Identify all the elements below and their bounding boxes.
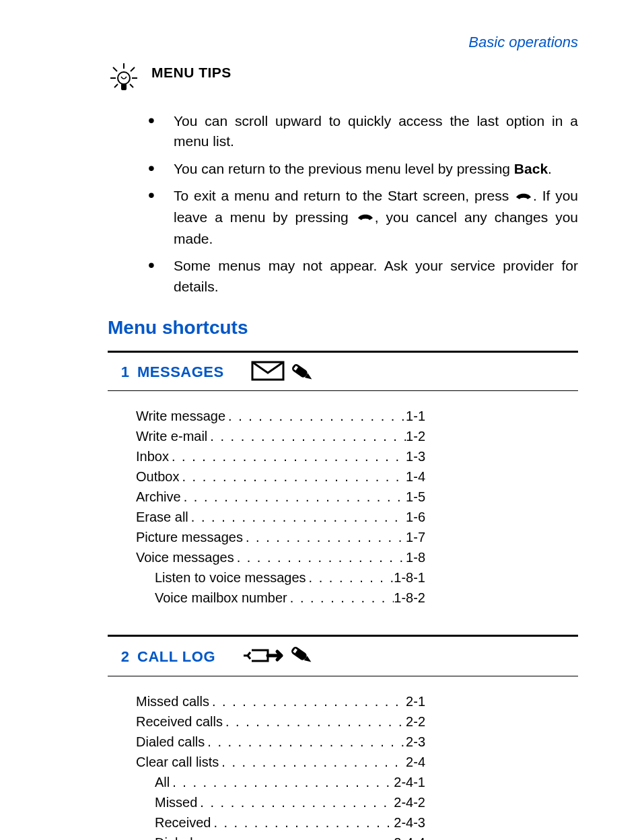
shortcut-row: Received. . . . . . . . . . . . . . . . … xyxy=(136,812,425,833)
shortcut-row: Archive. . . . . . . . . . . . . . . . .… xyxy=(136,487,425,507)
leader-dots: . . . . . . . . . . . . . . . . . . . . … xyxy=(169,446,406,466)
calllog-icon xyxy=(242,643,316,670)
shortcut-ref: 2-4-2 xyxy=(394,792,425,812)
shortcut-row: Listen to voice messages. . . . . . . . … xyxy=(136,567,425,588)
shortcut-ref: 1-6 xyxy=(406,507,425,527)
menu-tips-title: MENU TIPS xyxy=(151,65,231,80)
leader-dots: . . . . . . . . . . . . . . . . . . . . … xyxy=(209,691,406,711)
leader-dots: . . . . . . . . . . . . . . . . . . . . … xyxy=(193,833,394,840)
shortcut-ref: 1-4 xyxy=(406,466,425,487)
svg-line-1 xyxy=(113,67,117,71)
leader-dots: . . . . . . . . . . . . . . . . . . . . … xyxy=(225,406,406,426)
section-header: Basic operations xyxy=(108,34,578,51)
lightbulb-icon xyxy=(108,62,140,97)
shortcut-label: Outbox xyxy=(136,466,179,487)
shortcut-label: Voice messages xyxy=(136,547,234,567)
rule xyxy=(108,676,578,676)
leader-dots: . . . . . . . . . . . . . . . . . . . . … xyxy=(219,752,406,772)
shortcut-ref: 1-1 xyxy=(406,406,425,426)
leader-dots: . . . . . . . . . . . . . . . . . . . . … xyxy=(197,792,394,812)
tip-text: . xyxy=(548,161,552,176)
shortcut-label: Dialed xyxy=(155,833,193,840)
shortcut-label: Write e-mail xyxy=(136,426,207,446)
shortcut-row: Picture messages. . . . . . . . . . . . … xyxy=(136,527,425,547)
tip-text: Some menus may not appear. Ask your serv… xyxy=(174,258,578,293)
shortcut-label: Clear call lists xyxy=(136,752,219,772)
leader-dots: . . . . . . . . . . . . . . . . . . . . … xyxy=(170,772,394,792)
shortcut-ref: 1-7 xyxy=(406,527,425,547)
tip-item: You can scroll upward to quickly access … xyxy=(148,111,578,152)
shortcut-row: Write message. . . . . . . . . . . . . .… xyxy=(136,406,425,426)
leader-dots: . . . . . . . . . . . . . . . . . . . . … xyxy=(223,711,406,732)
shortcut-list: Write message. . . . . . . . . . . . . .… xyxy=(136,406,578,608)
shortcut-row: Clear call lists. . . . . . . . . . . . … xyxy=(136,752,425,772)
shortcut-ref: 1-8 xyxy=(406,547,425,567)
shortcut-label: Write message xyxy=(136,406,225,426)
tip-bold: Back xyxy=(514,161,548,176)
svg-point-7 xyxy=(118,72,130,84)
document-page: Basic operations MENU TIPS You can xyxy=(0,0,642,840)
shortcut-row: Missed. . . . . . . . . . . . . . . . . … xyxy=(136,792,425,812)
svg-line-6 xyxy=(130,84,133,88)
leader-dots: . . . . . . . . . . . . . . . . . . . . … xyxy=(243,527,406,547)
shortcut-label: Erase all xyxy=(136,507,188,527)
shortcut-row: Write e-mail. . . . . . . . . . . . . . … xyxy=(136,426,425,446)
shortcut-row: Outbox. . . . . . . . . . . . . . . . . … xyxy=(136,466,425,487)
shortcut-label: Received xyxy=(155,812,211,833)
shortcut-label: Dialed calls xyxy=(136,732,205,752)
shortcut-list: Missed calls. . . . . . . . . . . . . . … xyxy=(136,691,578,840)
shortcut-ref: 1-3 xyxy=(406,446,425,466)
menu-section: 2CALL LOGMissed calls. . . . . . . . . .… xyxy=(108,635,578,840)
shortcut-ref: 2-4-4 xyxy=(394,833,425,840)
leader-dots: . . . . . . . . . . . . . . . . . . . . … xyxy=(179,466,406,487)
rule xyxy=(108,390,578,391)
tip-item: You can return to the previous menu leve… xyxy=(148,159,578,179)
shortcut-label: Received calls xyxy=(136,711,223,732)
shortcut-row: Voice mailbox number. . . . . . . . . . … xyxy=(136,588,425,608)
menu-header: 1MESSAGES xyxy=(108,353,578,390)
leader-dots: . . . . . . . . . . . . . . . . . . . . … xyxy=(205,732,406,752)
menu-title: CALL LOG xyxy=(137,648,215,666)
svg-rect-8 xyxy=(121,83,127,90)
leader-dots: . . . . . . . . . . . . . . . . . . . . … xyxy=(287,588,394,608)
tip-text: To exit a menu and return to the Start s… xyxy=(174,188,514,203)
leader-dots: . . . . . . . . . . . . . . . . . . . . … xyxy=(181,487,406,507)
shortcut-row: Dialed. . . . . . . . . . . . . . . . . … xyxy=(136,833,425,840)
shortcut-ref: 2-4 xyxy=(406,752,425,772)
shortcut-label: Missed calls xyxy=(136,691,209,711)
shortcut-label: Picture messages xyxy=(136,527,243,547)
shortcut-ref: 2-2 xyxy=(406,711,425,732)
menu-tips-list: You can scroll upward to quickly access … xyxy=(148,111,578,297)
leader-dots: . . . . . . . . . . . . . . . . . . . . … xyxy=(211,812,394,833)
shortcut-ref: 1-2 xyxy=(406,426,425,446)
tip-text: You can scroll upward to quickly access … xyxy=(174,113,578,149)
shortcut-ref: 2-4-1 xyxy=(394,772,425,792)
leader-dots: . . . . . . . . . . . . . . . . . . . . … xyxy=(207,426,406,446)
leader-dots: . . . . . . . . . . . . . . . . . . . . … xyxy=(306,567,394,588)
tip-text: You can return to the previous menu leve… xyxy=(174,161,514,176)
shortcut-ref: 1-8-1 xyxy=(394,567,425,588)
menu-section: 1MESSAGESWrite message. . . . . . . . . … xyxy=(108,351,578,608)
shortcut-row: Dialed calls. . . . . . . . . . . . . . … xyxy=(136,732,425,752)
shortcut-label: Missed xyxy=(155,792,197,812)
shortcut-label: Inbox xyxy=(136,446,169,466)
end-call-icon xyxy=(514,187,533,207)
shortcut-ref: 1-8-2 xyxy=(394,588,425,608)
end-call-icon xyxy=(356,208,375,228)
menu-title: MESSAGES xyxy=(137,363,224,381)
svg-line-2 xyxy=(131,67,135,71)
menu-number: 2 xyxy=(108,648,129,666)
shortcut-label: Listen to voice messages xyxy=(155,567,306,588)
shortcut-row: Voice messages. . . . . . . . . . . . . … xyxy=(136,547,425,567)
shortcut-label: Archive xyxy=(136,487,181,507)
shortcut-ref: 2-4-3 xyxy=(394,812,425,833)
menus-container: 1MESSAGESWrite message. . . . . . . . . … xyxy=(108,351,578,840)
menu-shortcuts-heading: Menu shortcuts xyxy=(108,317,578,339)
leader-dots: . . . . . . . . . . . . . . . . . . . . … xyxy=(234,547,406,567)
shortcut-label: All xyxy=(155,772,170,792)
shortcut-label: Voice mailbox number xyxy=(155,588,287,608)
shortcut-ref: 2-1 xyxy=(406,691,425,711)
tip-item: To exit a menu and return to the Start s… xyxy=(148,186,578,249)
shortcut-ref: 2-3 xyxy=(406,732,425,752)
shortcut-row: Missed calls. . . . . . . . . . . . . . … xyxy=(136,691,425,711)
